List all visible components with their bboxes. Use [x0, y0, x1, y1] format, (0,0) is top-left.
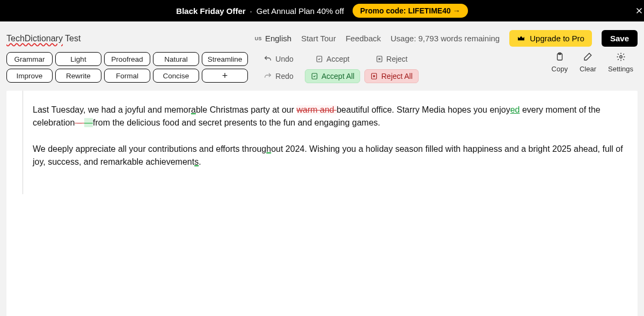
redo-icon: [264, 72, 272, 80]
undo-icon: [264, 55, 272, 63]
gear-icon: [616, 52, 626, 62]
accept-button[interactable]: Accept: [305, 52, 360, 66]
paragraph-1[interactable]: Last Tuesday, we had a joyful and memora…: [33, 104, 625, 130]
mode-improve[interactable]: Improve: [6, 69, 53, 83]
clipboard-icon: [555, 52, 565, 62]
center-actions: Undo Redo Accept Accept All Reject: [257, 52, 419, 83]
reject-icon: [376, 55, 383, 63]
mode-rewrite[interactable]: Rewrite: [55, 69, 101, 83]
promo-sub: Get Annual Plan 40% off: [257, 6, 344, 16]
deletion-mark[interactable]: –: [75, 118, 84, 127]
reject-button[interactable]: Reject: [364, 52, 418, 66]
flag-icon: us: [255, 36, 262, 41]
editor-area[interactable]: Last Tuesday, we had a joyful and memora…: [6, 91, 638, 316]
mode-streamline[interactable]: Streamline: [202, 52, 248, 66]
promo-bar: Black Friday Offer · Get Annual Plan 40%…: [0, 0, 644, 21]
deletion-mark[interactable]: warm and: [297, 105, 337, 114]
copy-button[interactable]: Copy: [552, 52, 568, 73]
accept-icon: [316, 55, 323, 63]
right-tools: Copy Clear Settings: [552, 52, 638, 73]
mode-add-button[interactable]: +: [202, 69, 248, 83]
accept-all-button[interactable]: Accept All: [305, 69, 360, 83]
accept-all-icon: [311, 72, 318, 80]
mode-grammar[interactable]: Grammar: [6, 52, 53, 66]
svg-point-6: [619, 56, 622, 58]
promo-code-button[interactable]: Promo code: LIFETIME40 →: [353, 4, 468, 18]
mode-proofread[interactable]: Proofread: [104, 52, 150, 66]
upgrade-button[interactable]: Upgrade to Pro: [509, 30, 592, 47]
settings-button[interactable]: Settings: [608, 52, 633, 73]
undo-button[interactable]: Undo: [257, 52, 301, 66]
mode-formal[interactable]: Formal: [104, 69, 150, 83]
start-tour-link[interactable]: Start Tour: [301, 34, 336, 43]
header: TechDictionary Test us English Start Tou…: [0, 21, 644, 52]
language-selector[interactable]: us English: [255, 34, 291, 43]
insertion-mark[interactable]: ed: [510, 105, 520, 114]
mode-concise[interactable]: Concise: [153, 69, 199, 83]
redo-button[interactable]: Redo: [257, 69, 301, 83]
mode-light[interactable]: Light: [55, 52, 101, 66]
save-button[interactable]: Save: [602, 30, 638, 47]
usage-text: Usage: 9,793 words remaining: [391, 34, 500, 43]
reject-all-button[interactable]: Reject All: [364, 69, 418, 83]
crown-icon: [517, 34, 525, 43]
paragraph-2[interactable]: We deeply appreciate all your contributi…: [33, 143, 625, 169]
reject-all-icon: [370, 72, 378, 80]
toolbar: Grammar Light Proofread Natural Streamli…: [0, 52, 644, 91]
feedback-link[interactable]: Feedback: [346, 34, 381, 43]
eraser-icon: [583, 52, 592, 62]
mode-natural[interactable]: Natural: [153, 52, 199, 66]
mode-grid: Grammar Light Proofread Natural Streamli…: [6, 52, 248, 83]
promo-close-icon[interactable]: [629, 0, 644, 21]
insertion-mark[interactable]: —: [84, 118, 93, 127]
clear-button[interactable]: Clear: [580, 52, 596, 73]
document-title[interactable]: TechDictionary Test: [6, 34, 245, 43]
promo-offer: Black Friday Offer: [176, 6, 245, 16]
